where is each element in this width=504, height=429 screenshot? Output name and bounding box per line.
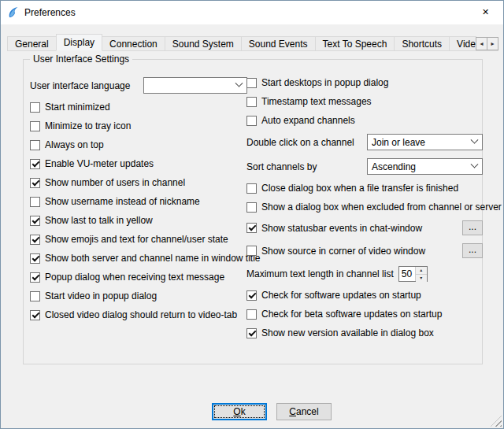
double-click-select[interactable]: Join or leave [367,134,483,150]
checkbox-label: Show statusbar events in chat-window [261,223,422,234]
checkbox-box-icon [246,309,257,320]
checkbox-box-icon [30,310,40,320]
checkbox-label: Show number of users in channel [45,177,185,188]
spin-up-button[interactable]: ▴ [416,267,427,275]
video-source-more-button[interactable]: ... [462,243,483,258]
tab-scroll-control: ◂ ▸ [476,37,498,50]
resize-grip[interactable] [491,416,502,427]
title-bar: Preferences ✕ [1,1,503,24]
checkbox-box-icon [30,272,40,283]
checkbox-label: Start minimized [45,102,110,113]
tab-display[interactable]: Display [56,34,102,51]
checkbox-last-to-talk-yellow[interactable]: Show last to talk in yellow [30,215,247,226]
tab-shortcuts[interactable]: Shortcuts [394,36,450,51]
preferences-window: Preferences ✕ General Display Connection… [0,0,504,429]
checkbox-start-minimized[interactable]: Start minimized [30,102,247,113]
checkbox-minimize-to-tray[interactable]: Minimize to tray icon [30,120,247,131]
tab-sound-events[interactable]: Sound Events [241,36,316,51]
max-text-length-value: 50 [399,267,415,281]
double-click-select-value: Join or leave [372,137,425,148]
checkbox-video-source-corner[interactable]: Show source in corner of video window [246,246,425,257]
language-row: User interface language [30,77,247,94]
sort-channels-label: Sort channels by [246,161,317,172]
close-button[interactable]: ✕ [468,1,503,24]
tab-video[interactable]: Video [449,36,476,51]
video-source-row: Show source in corner of video window ..… [246,243,483,258]
statusbar-events-row: Show statusbar events in chat-window ... [246,220,483,235]
tab-text-to-speech[interactable]: Text To Speech [315,36,395,51]
tab-strip: General Display Connection Sound System … [7,34,476,51]
checkbox-check-updates[interactable]: Check for software updates on startup [246,290,483,301]
checkbox-label: Check for software updates on startup [261,290,421,301]
checkbox-box-icon [30,178,40,188]
checkbox-box-icon [246,183,257,194]
max-text-length-row: Maximum text length in channel list 50 ▴… [246,266,483,282]
checkbox-vu-meter-updates[interactable]: Enable VU-meter updates [30,158,247,169]
checkbox-label: Show emojis and text for channel/user st… [45,234,228,245]
checkbox-box-icon [30,140,40,150]
checkbox-check-beta-updates[interactable]: Check for beta software updates on start… [246,309,483,320]
checkbox-start-video-popup[interactable]: Start video in popup dialog [30,290,247,301]
sort-channels-select[interactable]: Ascending [367,158,483,175]
language-label: User interface language [30,80,130,91]
chevron-down-icon [471,161,479,168]
tab-general[interactable]: General [7,36,57,51]
checkbox-box-icon [246,328,257,338]
checkbox-box-icon [246,78,257,88]
left-column: User interface language Start minimized … [30,77,247,320]
checkbox-label: Enable VU-meter updates [45,158,154,169]
spinner-buttons: ▴ ▾ [415,267,427,281]
checkbox-statusbar-events[interactable]: Show statusbar events in chat-window [246,223,422,234]
user-interface-settings-group: User Interface Settings User interface l… [23,59,483,364]
chevron-down-icon [235,80,243,87]
checkbox-label: Auto expand channels [261,115,355,126]
checkbox-dialog-when-excluded[interactable]: Show a dialog box when excluded from cha… [246,202,483,213]
checkbox-show-emojis[interactable]: Show emojis and text for channel/user st… [30,234,247,245]
window-title: Preferences [24,7,76,18]
spin-down-button[interactable]: ▾ [416,275,427,282]
checkbox-auto-expand-channels[interactable]: Auto expand channels [246,115,483,126]
checkbox-label: Show new version available in dialog box [261,327,434,338]
checkbox-close-on-transfer-finished[interactable]: Close dialog box when a file transfer is… [246,183,483,194]
chevron-down-icon [471,136,479,144]
checkbox-desktops-popup[interactable]: Start desktops in popup dialog [246,77,483,88]
ok-button[interactable]: Ok [212,403,267,420]
checkbox-box-icon [246,116,257,126]
app-icon [7,6,20,19]
double-click-label: Double click on a channel [246,137,354,148]
checkbox-box-icon [30,291,40,301]
tab-connection[interactable]: Connection [102,36,165,51]
checkbox-box-icon [246,97,257,107]
checkbox-box-icon [30,216,40,226]
checkbox-popup-text-message[interactable]: Popup dialog when receiving text message [30,272,247,283]
checkbox-show-user-count[interactable]: Show number of users in channel [30,177,247,188]
checkbox-show-username[interactable]: Show username instead of nickname [30,196,247,207]
checkbox-box-icon [30,253,40,264]
checkbox-label: Timestamp text messages [261,96,372,107]
checkbox-label: Popup dialog when receiving text message [45,272,224,283]
tab-scroll-right-button[interactable]: ▸ [487,37,498,50]
checkbox-box-icon [246,202,257,213]
checkbox-closed-video-return[interactable]: Closed video dialog should return to vid… [30,309,247,320]
checkbox-label: Start desktops in popup dialog [261,77,388,88]
checkbox-server-channel-in-title[interactable]: Show both server and channel name in win… [30,253,247,264]
checkbox-timestamp-messages[interactable]: Timestamp text messages [246,96,483,107]
ok-button-label: Ok [233,406,245,417]
checkbox-box-icon [30,197,40,207]
checkbox-box-icon [30,121,40,131]
checkbox-box-icon [30,102,40,113]
checkbox-label: Show username instead of nickname [45,196,200,207]
checkbox-new-version-dialog[interactable]: Show new version available in dialog box [246,327,483,338]
max-text-length-spinner[interactable]: 50 ▴ ▾ [398,266,428,282]
sort-channels-row: Sort channels by Ascending [246,158,483,175]
checkbox-label: Show last to talk in yellow [45,215,153,226]
checkbox-always-on-top[interactable]: Always on top [30,139,247,150]
statusbar-events-more-button[interactable]: ... [462,220,483,235]
checkbox-label: Closed video dialog should return to vid… [45,309,237,320]
language-select[interactable] [143,77,247,94]
tab-scroll-left-button[interactable]: ◂ [476,37,487,50]
checkbox-label: Check for beta software updates on start… [261,309,442,320]
max-text-length-label: Maximum text length in channel list [246,268,394,279]
cancel-button[interactable]: Cancel [276,403,332,420]
tab-sound-system[interactable]: Sound System [165,36,242,51]
